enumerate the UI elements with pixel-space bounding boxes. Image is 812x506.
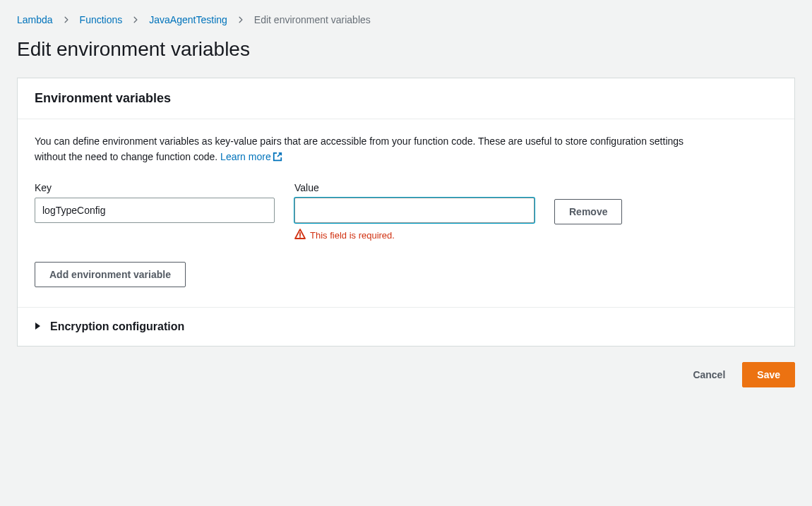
panel-description: You can define environment variables as … xyxy=(35,133,712,165)
value-input[interactable] xyxy=(294,198,535,223)
learn-more-link-text: Learn more xyxy=(220,151,271,162)
learn-more-link[interactable]: Learn more xyxy=(220,151,282,162)
remove-button[interactable]: Remove xyxy=(554,199,622,224)
key-label: Key xyxy=(35,182,275,193)
chevron-right-icon xyxy=(132,16,139,23)
error-text: This field is required. xyxy=(310,230,395,241)
env-variable-row: Key Value This field is required. Remove xyxy=(35,182,777,242)
breadcrumb-link-function-name[interactable]: JavaAgentTesting xyxy=(149,14,227,25)
save-button[interactable]: Save xyxy=(742,362,795,387)
encryption-configuration-section[interactable]: Encryption configuration xyxy=(18,307,794,346)
caret-right-icon xyxy=(35,321,42,332)
key-field: Key xyxy=(35,182,275,223)
value-label: Value xyxy=(294,182,535,193)
chevron-right-icon xyxy=(237,16,244,23)
value-field: Value This field is required. xyxy=(294,182,535,242)
error-message: This field is required. xyxy=(294,229,535,242)
external-link-icon xyxy=(273,152,282,162)
svg-point-0 xyxy=(299,236,301,238)
warning-icon xyxy=(294,229,306,242)
encryption-title: Encryption configuration xyxy=(50,320,184,333)
footer-actions: Cancel Save xyxy=(17,362,795,387)
breadcrumb-current: Edit environment variables xyxy=(254,14,371,25)
key-input[interactable] xyxy=(35,198,275,223)
cancel-button[interactable]: Cancel xyxy=(684,362,734,387)
breadcrumb-link-lambda[interactable]: Lambda xyxy=(17,14,53,25)
breadcrumb-link-functions[interactable]: Functions xyxy=(80,14,123,25)
chevron-right-icon xyxy=(63,16,70,23)
breadcrumb: Lambda Functions JavaAgentTesting Edit e… xyxy=(17,14,795,25)
description-text: You can define environment variables as … xyxy=(35,135,683,162)
panel-heading: Environment variables xyxy=(35,91,777,106)
add-env-variable-button[interactable]: Add environment variable xyxy=(35,262,186,287)
panel-header: Environment variables xyxy=(18,78,794,119)
page-title: Edit environment variables xyxy=(17,38,795,61)
remove-column: Remove xyxy=(554,182,667,224)
env-variables-panel: Environment variables You can define env… xyxy=(17,78,795,347)
